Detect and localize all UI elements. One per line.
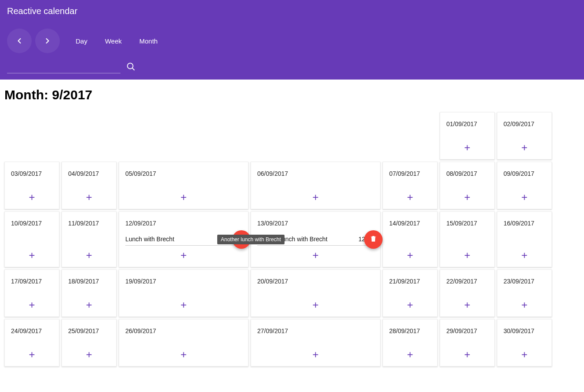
add-event-row: + xyxy=(125,349,242,360)
add-event-row: + xyxy=(68,250,110,261)
add-event-button[interactable]: + xyxy=(86,300,92,310)
add-event-button[interactable]: + xyxy=(180,250,186,261)
add-event-button[interactable]: + xyxy=(180,300,186,310)
calendar-day-date: 22/09/2017 xyxy=(446,278,488,285)
add-event-row: + xyxy=(257,192,374,203)
add-event-button[interactable]: + xyxy=(180,192,186,203)
calendar-day-cell: 17/09/2017+ xyxy=(4,269,59,317)
add-event-row: + xyxy=(504,192,545,203)
plus-icon: + xyxy=(464,249,470,261)
plus-icon: + xyxy=(521,348,527,360)
plus-icon: + xyxy=(312,348,318,360)
calendar-day-cell: 22/09/2017+ xyxy=(440,269,495,317)
plus-icon: + xyxy=(29,348,35,360)
calendar-day-date: 19/09/2017 xyxy=(125,278,242,285)
add-event-row: + xyxy=(389,192,431,203)
calendar-empty-cell xyxy=(119,112,248,160)
calendar-day-date: 13/09/2017 xyxy=(257,220,374,227)
plus-icon: + xyxy=(407,249,413,261)
add-event-button[interactable]: + xyxy=(521,300,527,310)
prev-button[interactable] xyxy=(7,29,32,53)
plus-icon: + xyxy=(521,249,527,261)
add-event-button[interactable]: + xyxy=(464,142,470,153)
add-event-button[interactable]: + xyxy=(464,349,470,360)
add-event-button[interactable]: + xyxy=(312,300,318,310)
main-content: Month: 9/2017 01/09/2017+02/09/2017+03/0… xyxy=(0,80,584,371)
add-event-button[interactable]: + xyxy=(464,192,470,203)
search-row xyxy=(7,61,577,73)
calendar-day-date: 17/09/2017 xyxy=(11,278,53,285)
plus-icon: + xyxy=(407,299,413,311)
add-event-button[interactable]: + xyxy=(407,192,413,203)
calendar-day-date: 04/09/2017 xyxy=(68,170,110,177)
plus-icon: + xyxy=(180,348,186,360)
delete-event-button[interactable] xyxy=(364,230,383,249)
search-icon[interactable] xyxy=(126,62,135,73)
add-event-button[interactable]: + xyxy=(180,349,186,360)
add-event-button[interactable]: + xyxy=(521,192,527,203)
plus-icon: + xyxy=(312,191,318,203)
add-event-button[interactable]: + xyxy=(86,250,92,261)
calendar-day-cell: 29/09/2017+ xyxy=(440,319,495,367)
add-event-button[interactable]: + xyxy=(29,300,35,310)
add-event-button[interactable]: + xyxy=(521,349,527,360)
add-event-button[interactable]: + xyxy=(312,250,318,261)
add-event-row: + xyxy=(389,349,431,360)
calendar-day-cell: 05/09/2017+ xyxy=(119,162,248,209)
add-event-button[interactable]: + xyxy=(521,142,527,153)
calendar-day-cell: 09/09/2017+ xyxy=(497,162,552,209)
add-event-button[interactable]: + xyxy=(464,300,470,310)
add-event-row: + xyxy=(257,250,374,261)
plus-icon: + xyxy=(86,348,92,360)
calendar-day-date: 21/09/2017 xyxy=(389,278,431,285)
add-event-row: + xyxy=(125,250,242,261)
tab-week[interactable]: Week xyxy=(105,37,122,45)
calendar-empty-cell xyxy=(4,112,59,160)
plus-icon: + xyxy=(29,191,35,203)
search-input[interactable] xyxy=(7,61,120,73)
add-event-row: + xyxy=(504,250,545,261)
add-event-button[interactable]: + xyxy=(521,250,527,261)
calendar-day-cell: 15/09/2017+ xyxy=(440,211,495,267)
add-event-row: + xyxy=(125,300,242,310)
add-event-button[interactable]: + xyxy=(29,192,35,203)
calendar-day-date: 15/09/2017 xyxy=(446,220,488,227)
events-list: 12Another lunch with Brecht xyxy=(125,234,242,246)
add-event-row: + xyxy=(446,192,488,203)
calendar-day-cell: 14/09/2017+ xyxy=(383,211,438,267)
calendar-day-date: 02/09/2017 xyxy=(504,120,545,127)
add-event-row: + xyxy=(389,250,431,261)
plus-icon: + xyxy=(180,249,186,261)
add-event-button[interactable]: + xyxy=(86,349,92,360)
add-event-button[interactable]: + xyxy=(86,192,92,203)
calendar-day-date: 25/09/2017 xyxy=(68,327,110,334)
plus-icon: + xyxy=(86,299,92,311)
calendar-day-cell: 30/09/2017+ xyxy=(497,319,552,367)
calendar-day-cell: 10/09/2017+ xyxy=(4,211,59,267)
calendar-day-date: 03/09/2017 xyxy=(11,170,53,177)
plus-icon: + xyxy=(464,299,470,311)
add-event-row: + xyxy=(11,349,53,360)
add-event-row: + xyxy=(68,192,110,203)
add-event-button[interactable]: + xyxy=(407,349,413,360)
plus-icon: + xyxy=(29,249,35,261)
calendar-day-date: 30/09/2017 xyxy=(504,327,545,334)
add-event-button[interactable]: + xyxy=(407,250,413,261)
toolbar: Day Week Month xyxy=(7,29,577,53)
tab-day[interactable]: Day xyxy=(76,37,88,45)
calendar-day-cell: 11/09/2017+ xyxy=(62,211,117,267)
add-event-button[interactable]: + xyxy=(29,250,35,261)
tab-month[interactable]: Month xyxy=(139,37,158,45)
view-tabs: Day Week Month xyxy=(76,37,157,45)
event-title-input[interactable] xyxy=(125,236,232,243)
next-button[interactable] xyxy=(35,29,60,53)
calendar-day-cell: 01/09/2017+ xyxy=(440,112,495,160)
add-event-row: + xyxy=(11,250,53,261)
add-event-button[interactable]: + xyxy=(312,349,318,360)
add-event-button[interactable]: + xyxy=(29,349,35,360)
calendar-day-date: 07/09/2017 xyxy=(389,170,431,177)
add-event-button[interactable]: + xyxy=(464,250,470,261)
plus-icon: + xyxy=(521,191,527,203)
add-event-button[interactable]: + xyxy=(312,192,318,203)
add-event-button[interactable]: + xyxy=(407,300,413,310)
